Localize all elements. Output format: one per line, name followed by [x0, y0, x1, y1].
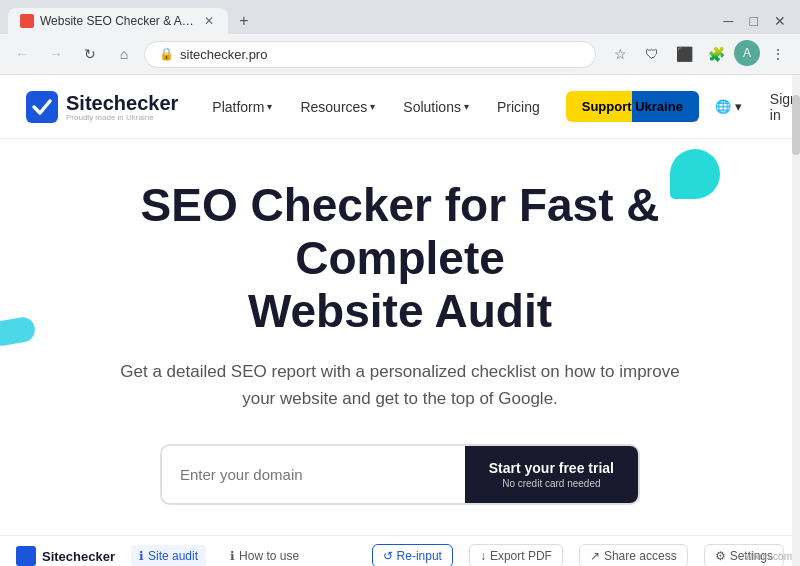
export-pdf-button[interactable]: ↓ Export PDF — [469, 544, 563, 566]
minimize-button[interactable]: ─ — [718, 13, 740, 29]
forward-button[interactable]: → — [42, 40, 70, 68]
svg-rect-0 — [26, 91, 58, 123]
tab-favicon — [20, 14, 34, 28]
back-button[interactable]: ← — [8, 40, 36, 68]
refresh-button[interactable]: ↻ — [76, 40, 104, 68]
platform-chevron-icon: ▾ — [267, 101, 272, 112]
bookmark-button[interactable]: ☆ — [606, 40, 634, 68]
tab-bar: Website SEO Checker & Audit To... ✕ + ─ … — [0, 0, 800, 34]
site-audit-info-icon: ℹ — [139, 549, 144, 563]
profile-button[interactable]: A — [734, 40, 760, 66]
language-chevron-icon: ▾ — [735, 99, 742, 114]
export-pdf-icon: ↓ — [480, 549, 486, 563]
browser-chrome: Website SEO Checker & Audit To... ✕ + ─ … — [0, 0, 800, 75]
address-bar[interactable]: 🔒 sitechecker.pro — [144, 41, 596, 68]
tab-close-button[interactable]: ✕ — [202, 14, 216, 28]
re-input-button[interactable]: ↺ Re-input — [372, 544, 453, 566]
share-icon: ↗ — [590, 549, 600, 563]
settings-gear-icon: ⚙ — [715, 549, 726, 563]
support-ukraine-button[interactable]: Support Ukraine — [566, 91, 699, 122]
resources-chevron-icon: ▾ — [370, 101, 375, 112]
lock-icon: 🔒 — [159, 47, 174, 61]
cyan-blob-decoration — [670, 149, 720, 199]
share-access-button[interactable]: ↗ Share access — [579, 544, 688, 566]
nav-resources[interactable]: Resources ▾ — [290, 95, 385, 119]
logo-area: Sitechecker Proudly made in Ukraine — [24, 89, 178, 125]
bottom-strip: Sitechecker ℹ Site audit ℹ How to use ↺ … — [0, 535, 800, 566]
logo-text: Sitechecker — [66, 92, 178, 114]
how-to-use-tab[interactable]: ℹ How to use — [222, 545, 307, 566]
address-bar-row: ← → ↻ ⌂ 🔒 sitechecker.pro ☆ 🛡 ⬛ 🧩 A ⋮ — [0, 34, 800, 74]
browser-actions: ☆ 🛡 ⬛ 🧩 A ⋮ — [606, 40, 792, 68]
tab-title: Website SEO Checker & Audit To... — [40, 14, 196, 28]
cta-label: Start your free trial — [489, 460, 614, 476]
new-tab-button[interactable]: + — [232, 9, 256, 33]
logo-text-area: Sitechecker Proudly made in Ukraine — [66, 92, 178, 122]
menu-button[interactable]: ⋮ — [764, 40, 792, 68]
hero-title: SEO Checker for Fast & Complete Website … — [60, 179, 740, 338]
hero-title-line2: Website Audit — [248, 285, 552, 337]
extension2-button[interactable]: ⬛ — [670, 40, 698, 68]
scrollbar-thumb[interactable] — [792, 95, 800, 155]
how-to-use-info-icon: ℹ — [230, 549, 235, 563]
close-button[interactable]: ✕ — [768, 13, 792, 29]
scrollbar[interactable] — [792, 75, 800, 566]
bottom-logo: Sitechecker — [16, 546, 115, 566]
url-text: sitechecker.pro — [180, 47, 267, 62]
solutions-chevron-icon: ▾ — [464, 101, 469, 112]
globe-icon: 🌐 — [715, 99, 731, 114]
maximize-button[interactable]: □ — [744, 13, 764, 29]
domain-input[interactable] — [162, 446, 465, 503]
bottom-logo-icon — [16, 546, 36, 566]
language-selector[interactable]: 🌐 ▾ — [707, 95, 750, 118]
start-trial-cta-button[interactable]: Start your free trial No credit card nee… — [465, 446, 638, 503]
domain-input-form: Start your free trial No credit card nee… — [160, 444, 640, 505]
hero-section: SEO Checker for Fast & Complete Website … — [0, 139, 800, 535]
window-controls: ─ □ ✕ — [718, 13, 792, 29]
site-audit-tab[interactable]: ℹ Site audit — [131, 545, 206, 566]
navbar: Sitechecker Proudly made in Ukraine Plat… — [0, 75, 800, 139]
cyan-pill-decoration — [0, 315, 37, 347]
hero-title-line1: SEO Checker for Fast & Complete — [141, 179, 660, 284]
extensions-button[interactable]: 🧩 — [702, 40, 730, 68]
nav-pricing[interactable]: Pricing — [487, 95, 550, 119]
active-tab[interactable]: Website SEO Checker & Audit To... ✕ — [8, 8, 228, 34]
home-button[interactable]: ⌂ — [110, 40, 138, 68]
bottom-logo-text: Sitechecker — [42, 549, 115, 564]
logo-mark[interactable]: Sitechecker Proudly made in Ukraine — [24, 89, 178, 125]
nav-solutions[interactable]: Solutions ▾ — [393, 95, 479, 119]
re-input-icon: ↺ — [383, 549, 393, 563]
watermark: wixon.com — [745, 551, 792, 562]
extension1-button[interactable]: 🛡 — [638, 40, 666, 68]
cta-sublabel: No credit card needed — [502, 478, 600, 489]
hero-subtitle: Get a detailed SEO report with a persona… — [120, 358, 680, 412]
nav-platform[interactable]: Platform ▾ — [202, 95, 282, 119]
site-content: Sitechecker Proudly made in Ukraine Plat… — [0, 75, 800, 566]
logo-icon — [24, 89, 60, 125]
